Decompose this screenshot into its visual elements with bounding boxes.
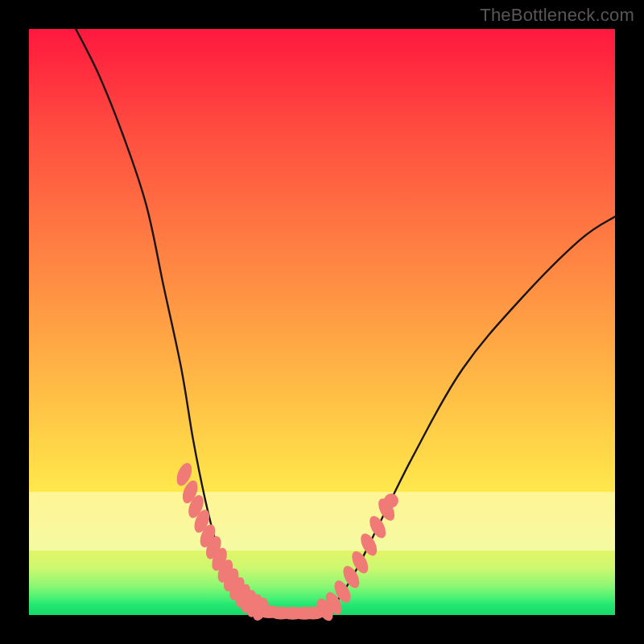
chart-frame: TheBottleneck.com (0, 0, 644, 644)
curve-path (76, 29, 615, 613)
plot-area (29, 29, 615, 615)
data-marker (384, 493, 398, 508)
bottleneck-curve (29, 29, 615, 615)
watermark-text: TheBottleneck.com (480, 5, 634, 26)
curve-markers (174, 460, 398, 623)
